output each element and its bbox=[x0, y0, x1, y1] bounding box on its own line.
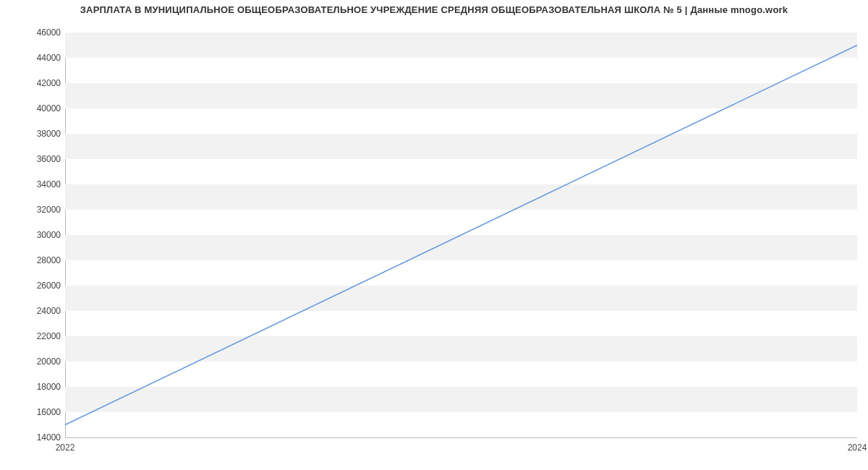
x-tick-label: 2022 bbox=[56, 443, 75, 453]
y-tick-label: 22000 bbox=[3, 331, 61, 341]
series-line-salary bbox=[65, 46, 857, 425]
plot-area bbox=[65, 33, 857, 437]
y-tick-label: 38000 bbox=[3, 129, 61, 139]
y-tick-label: 28000 bbox=[3, 255, 61, 265]
y-tick-label: 30000 bbox=[3, 230, 61, 240]
x-axis-line bbox=[65, 437, 857, 438]
y-tick-label: 14000 bbox=[3, 432, 61, 443]
plot-svg bbox=[65, 33, 857, 437]
chart-container: ЗАРПЛАТА В МУНИЦИПАЛЬНОЕ ОБЩЕОБРАЗОВАТЕЛ… bbox=[0, 0, 868, 470]
y-tick-label: 46000 bbox=[3, 27, 61, 38]
chart-title: ЗАРПЛАТА В МУНИЦИПАЛЬНОЕ ОБЩЕОБРАЗОВАТЕЛ… bbox=[0, 4, 868, 15]
y-tick-label: 20000 bbox=[3, 356, 61, 367]
x-tick-label: 2024 bbox=[848, 443, 867, 453]
y-tick-label: 26000 bbox=[3, 281, 61, 291]
y-tick-label: 42000 bbox=[3, 78, 61, 88]
y-tick-label: 40000 bbox=[3, 103, 61, 114]
y-tick-label: 16000 bbox=[3, 407, 61, 417]
y-tick-label: 24000 bbox=[3, 306, 61, 316]
y-tick-label: 32000 bbox=[3, 205, 61, 215]
y-tick-label: 34000 bbox=[3, 179, 61, 189]
y-tick-label: 18000 bbox=[3, 382, 61, 392]
y-tick-label: 44000 bbox=[3, 53, 61, 63]
y-tick-label: 36000 bbox=[3, 154, 61, 164]
